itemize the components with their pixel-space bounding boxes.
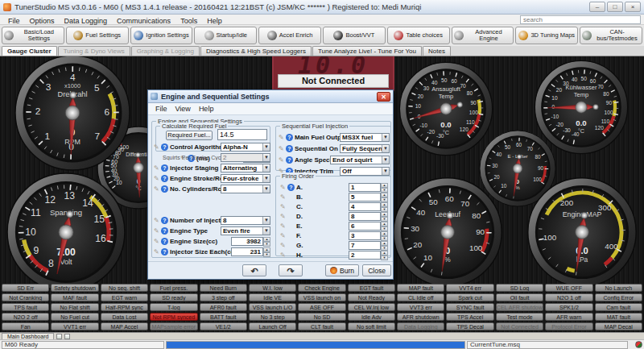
toolbar-button-table-choices[interactable]: Table choices — [387, 27, 450, 44]
dialog-menu-view[interactable]: View — [171, 105, 195, 113]
input-firing-order-f[interactable]: 3 — [349, 231, 381, 240]
toolbar-button-accel-enrich[interactable]: Accel Enrich — [258, 27, 321, 44]
toolbar-button-advanced-engine[interactable]: Advanced Engine — [452, 27, 514, 44]
redo-button[interactable]: ↷ — [279, 264, 303, 276]
indicator-no-seq-shift[interactable]: No seq. shift — [101, 284, 148, 292]
help-icon[interactable]: ? — [161, 227, 168, 235]
indicator-safety-shutdown[interactable]: Safety shutdown — [51, 284, 98, 292]
indicator-fan[interactable]: Fan — [2, 322, 49, 330]
toolbar-button-ignition-settings[interactable]: Ignition Settings — [130, 27, 193, 44]
select-engine-type[interactable]: Even fire▼ — [221, 226, 270, 235]
indicator-afr0-fault[interactable]: AFR0 fault — [200, 303, 247, 311]
spinner-down-icon[interactable]: ▼ — [263, 252, 270, 257]
indicator-tps-decal[interactable]: TPS Decal — [446, 322, 493, 330]
indicator-config-error[interactable]: Config Error — [595, 293, 642, 301]
indicator-not-cranking[interactable]: Not Cranking — [2, 293, 49, 301]
indicator-protocol-error[interactable]: Protocol Error — [545, 322, 592, 330]
indicator-egt-fault[interactable]: EGT fault — [348, 284, 395, 292]
help-icon[interactable]: ? — [161, 217, 168, 224]
indicator-mapsample-error[interactable]: MAPsample error — [150, 322, 197, 330]
tab-tune-analyze-live-tune-for-you[interactable]: Tune Analyze Live! - Tune For You — [312, 46, 422, 56]
menu-file[interactable]: File — [3, 17, 25, 25]
indicator-t-log[interactable]: T-log — [150, 303, 197, 311]
indicator-tps-fault[interactable]: TPS fault — [2, 303, 49, 311]
close-button-icon[interactable]: × — [625, 2, 641, 12]
help-icon[interactable]: ? — [161, 248, 168, 256]
spinner-arrows[interactable]: ▲▼ — [381, 241, 388, 250]
indicator-n2o-2-off[interactable]: N2O 2 off — [2, 313, 49, 321]
indicator-no-soft-limit[interactable]: No soft limit — [348, 322, 395, 330]
indicator-egt-warn[interactable]: EGT warn — [101, 293, 148, 301]
toolbar-button-can-bus-testmodes[interactable]: CAN-bus/Testmodes — [580, 27, 642, 44]
indicator-ve1-2[interactable]: VE1/2 — [200, 322, 247, 330]
indicator-clt-fault[interactable]: CLT fault — [298, 322, 345, 330]
dialog-titlebar[interactable]: Engine and Sequential Settings ✕ — [148, 90, 393, 103]
burn-button[interactable]: Burn — [325, 264, 359, 276]
indicator-maf-fault[interactable]: MAF fault — [51, 293, 98, 301]
restore-button-icon[interactable]: □ — [607, 2, 623, 12]
indicator-sync-fault[interactable]: SYNC fault — [446, 303, 493, 311]
minimize-button-icon[interactable]: – — [589, 2, 605, 12]
select-number-of-injectors[interactable]: 8▼ — [221, 216, 270, 225]
spinner-down-icon[interactable]: ▼ — [381, 256, 388, 260]
help-icon[interactable]: ? — [161, 143, 168, 151]
select-injector-staging[interactable]: Alternating▼ — [221, 164, 270, 172]
indicator-need-burn[interactable]: Need Burn — [200, 284, 247, 292]
indicator-spark-cut[interactable]: Spark cut — [446, 293, 493, 301]
dialog-close-icon[interactable]: ✕ — [377, 92, 390, 102]
tab-notes[interactable]: Notes — [423, 46, 451, 56]
select-sequential-on[interactable]: Fully Sequential▼ — [340, 144, 390, 153]
indicator-map-accel[interactable]: MAP Accel — [101, 322, 148, 330]
select-injector-trim[interactable]: Off▼ — [340, 167, 390, 176]
required-fuel-button[interactable]: Required Fuel... — [166, 131, 213, 140]
indicator-oil-fault[interactable]: Oil fault — [496, 293, 543, 301]
indicator-vvt1-err[interactable]: VVT1 err — [51, 322, 98, 330]
tab-gauge-cluster[interactable]: Gauge Cluster — [2, 46, 57, 56]
indicator-no-sd[interactable]: No SD — [298, 313, 345, 321]
spinner-arrows[interactable]: ▲▼ — [263, 247, 270, 256]
toolbar-button-basic-load-settings[interactable]: Basic/Load Settings — [2, 27, 64, 44]
input-injector-size-each-cc[interactable]: 231 — [231, 247, 263, 256]
help-icon[interactable]: ? — [286, 134, 293, 141]
indicator-check-engine[interactable]: Check Engine — [298, 284, 345, 292]
indicator-cel-afr-shutdown[interactable]: CEL AFR shutdown — [496, 303, 543, 311]
indicator-sd-ready[interactable]: SD ready — [150, 293, 197, 301]
input-firing-order-c[interactable]: 4 — [349, 202, 381, 211]
indicator-map-decal[interactable]: MAP Decal — [595, 322, 642, 330]
indicator-tps-accel[interactable]: TPS Accel — [446, 313, 493, 321]
indicator-afr-shutdown[interactable]: AFR shutdown — [397, 313, 444, 321]
help-icon[interactable]: ? — [161, 238, 168, 245]
input-firing-order-a[interactable]: 1 — [349, 183, 381, 192]
indicator-vss-launch-on[interactable]: VSS launch on — [298, 293, 345, 301]
input-firing-order-b[interactable]: 5 — [349, 193, 381, 202]
indicator-not-ready[interactable]: Not Ready — [348, 293, 395, 301]
indicator-test-mode[interactable]: Test mode — [496, 313, 543, 321]
input-firing-order-e[interactable]: 6 — [349, 222, 381, 231]
select-engine-stroke-rotary[interactable]: Four-stroke▼ — [221, 174, 270, 183]
indicator-no-fuel-cut[interactable]: No Fuel cut — [51, 313, 98, 321]
indicator-wue-off[interactable]: WUE OFF — [545, 284, 592, 292]
indicator-data-lost[interactable]: Data Lost — [101, 313, 148, 321]
spinner-arrows[interactable]: ▲▼ — [263, 237, 270, 246]
indicator-launch-off[interactable]: Launch Off — [249, 322, 296, 330]
required-fuel-input[interactable]: 14.5 — [217, 129, 267, 140]
indicator-sd-err[interactable]: SD Err — [2, 284, 49, 292]
indicator-not-connected[interactable]: Not Connected — [496, 322, 543, 330]
input-firing-order-g[interactable]: 7 — [349, 241, 381, 250]
spinner-arrows[interactable]: ▲▼ — [381, 251, 388, 260]
indicator-ase-off[interactable]: ASE OFF — [298, 303, 345, 311]
indicator-vvt3-err[interactable]: VVT3 err — [397, 303, 444, 311]
help-icon[interactable]: ? — [161, 185, 168, 193]
indicator-idle-adv[interactable]: Idle Adv — [348, 313, 395, 321]
menu-options[interactable]: Options — [25, 17, 60, 25]
indicator-idle-ve[interactable]: Idle VE — [249, 293, 296, 301]
indicator-cel-w-inj-low[interactable]: CEL W.Inj low — [348, 303, 395, 311]
help-icon[interactable]: ? — [286, 145, 293, 152]
indicator-no-3-step[interactable]: No 3 step — [249, 313, 296, 321]
spinner-arrows[interactable]: ▲▼ — [381, 212, 388, 221]
indicator-mat-fault[interactable]: MAT fault — [595, 313, 642, 321]
menu-tools[interactable]: Tools — [175, 17, 202, 25]
indicator-sd-log[interactable]: SD Log — [496, 284, 543, 292]
indicator-no-launch[interactable]: No Launch — [595, 284, 642, 292]
select-control-algorithm[interactable]: Alpha-N▼ — [221, 143, 270, 152]
